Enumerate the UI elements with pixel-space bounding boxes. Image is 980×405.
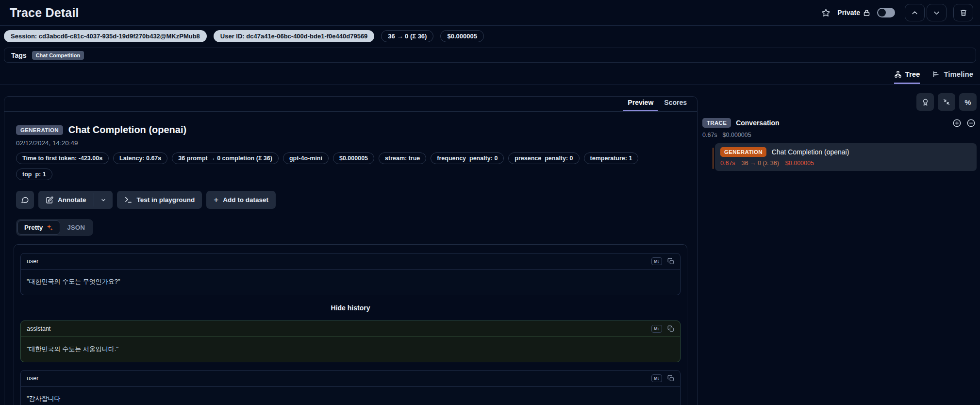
message-content: "감사합니다 "	[21, 387, 680, 405]
tag-chat-competition[interactable]: Chat Competition	[32, 51, 84, 60]
private-toggle[interactable]	[877, 8, 895, 17]
trace-tree: TRACE Conversation	[701, 117, 977, 171]
markdown-toggle-icon[interactable]: M↓	[651, 257, 662, 265]
message-content: "대한민국의 수도는 서울입니다."	[21, 337, 680, 362]
annotate-dropdown-button[interactable]	[94, 191, 113, 209]
collapse-tree-button[interactable]	[938, 93, 955, 111]
award-icon	[921, 98, 930, 106]
annotate-label: Annotate	[58, 196, 86, 203]
message-role: assistant	[27, 325, 50, 332]
panel-tabs: Preview Scores	[4, 97, 697, 112]
message-assistant: assistant M↓ "대한민국의 수도는 서울입니다."	[20, 321, 681, 363]
next-trace-button[interactable]	[927, 4, 947, 21]
frequency-penalty-badge: frequency_penalty: 0	[431, 152, 504, 164]
obs-cost-badge: $0.000005	[333, 152, 374, 164]
io-messages-container: user M↓ "대한민국의 수도는 무엇인가요?" Hide history …	[14, 244, 687, 405]
chevron-down-icon	[933, 9, 940, 17]
tree-indent-guide	[713, 148, 714, 169]
previous-trace-button[interactable]	[905, 4, 925, 21]
minus-circle-icon	[966, 118, 976, 128]
view-tabs: Tree Timeline	[0, 63, 980, 84]
hide-history-button[interactable]: Hide history	[331, 304, 370, 312]
content-area: Preview Scores GENERATION Chat Completio…	[0, 84, 980, 402]
observation-header: GENERATION Chat Completion (openai) 02/1…	[4, 112, 697, 147]
generation-latency: 0.67s	[720, 160, 735, 167]
percent-icon: %	[964, 98, 971, 106]
tab-timeline[interactable]: Timeline	[932, 70, 973, 84]
tree-node-generation[interactable]: GENERATION Chat Completion (openai) 0.67…	[715, 143, 977, 171]
chevron-up-icon	[911, 9, 918, 17]
collapse-all-button[interactable]	[966, 118, 976, 128]
tags-label: Tags	[11, 51, 27, 59]
token-detail-badge: 36 prompt → 0 completion (Σ 36)	[172, 152, 279, 164]
tags-section[interactable]: Tags Chat Competition	[4, 48, 976, 63]
ttft-badge: Time to first token: -423.00s	[16, 152, 109, 164]
markdown-toggle-icon[interactable]: M↓	[651, 374, 662, 382]
star-icon	[821, 8, 831, 17]
tab-preview[interactable]: Preview	[623, 99, 658, 111]
model-badge: gpt-4o-mini	[283, 152, 329, 164]
collapse-icon	[943, 98, 950, 106]
trash-icon	[960, 9, 967, 17]
trace-latency: 0.67s	[702, 132, 717, 138]
temperature-badge: temperature: 1	[584, 152, 639, 164]
user-id-badge[interactable]: User ID: dc47a41e-06bc-400d-bde1-f0e440d…	[214, 30, 375, 42]
generation-type-badge: GENERATION	[16, 125, 63, 135]
playground-button[interactable]: Test in playground	[117, 191, 202, 209]
tab-timeline-label: Timeline	[944, 70, 973, 78]
plus-icon: +	[214, 195, 218, 205]
generation-metrics: 0.67s 36 → 0 (Σ 36) $0.000005	[720, 160, 971, 167]
copy-icon[interactable]	[667, 325, 674, 332]
lock-icon	[863, 9, 870, 17]
comments-button[interactable]	[16, 191, 34, 209]
delete-trace-button[interactable]	[953, 4, 973, 21]
add-to-dataset-button[interactable]: + Add to dataset	[206, 191, 276, 209]
markdown-toggle-icon[interactable]: M↓	[651, 325, 662, 333]
observation-badges-row2: top_p: 1	[4, 169, 697, 180]
top-p-badge: top_p: 1	[16, 169, 52, 180]
annotate-button[interactable]: Annotate	[38, 191, 94, 209]
observation-card: Preview Scores GENERATION Chat Completio…	[4, 96, 698, 405]
trace-title: Conversation	[736, 119, 779, 127]
json-tab[interactable]: JSON	[60, 220, 92, 235]
timeline-icon	[932, 70, 940, 78]
trace-tree-panel: % TRACE Conversation	[701, 84, 977, 171]
bookmark-star-button[interactable]	[821, 8, 831, 17]
message-user-2: user M↓ "감사합니다 "	[20, 370, 681, 405]
edit-icon	[46, 196, 53, 204]
observation-timestamp: 02/12/2024, 14:20:49	[16, 139, 685, 147]
message-user-1: user M↓ "대한민국의 수도는 무엇인가요?"	[20, 253, 681, 295]
copy-icon[interactable]	[667, 258, 674, 265]
comment-icon	[21, 196, 29, 204]
observation-badges-row1: Time to first token: -423.00s Latency: 0…	[4, 152, 697, 164]
page-title: Trace Detail	[10, 6, 79, 20]
pretty-tab[interactable]: Pretty	[17, 220, 60, 235]
annotate-split-button: Annotate	[38, 191, 113, 209]
show-scores-button[interactable]	[916, 93, 934, 111]
latency-badge: Latency: 0.67s	[113, 152, 167, 164]
tab-tree-label: Tree	[905, 70, 920, 78]
expand-all-button[interactable]	[952, 118, 962, 128]
tree-node-trace[interactable]: TRACE Conversation	[701, 117, 977, 129]
tab-scores[interactable]: Scores	[660, 99, 691, 111]
chevron-down-icon	[100, 197, 106, 203]
generation-title: Chat Completion (openai)	[772, 148, 849, 156]
generation-badge: GENERATION	[720, 147, 766, 157]
terminal-icon	[124, 196, 133, 204]
cost-badge: $0.000005	[440, 30, 483, 42]
message-role: user	[27, 375, 38, 382]
page-header: Trace Detail Private	[0, 0, 980, 26]
toggle-metrics-button[interactable]: %	[959, 93, 977, 111]
add-to-dataset-label: Add to dataset	[223, 196, 268, 203]
trace-cost: $0.000005	[723, 132, 751, 138]
plus-circle-icon	[952, 118, 962, 128]
io-format-toggle: Pretty JSON	[16, 219, 93, 236]
tab-tree[interactable]: Tree	[894, 70, 920, 84]
tree-icon	[894, 70, 902, 78]
session-badge[interactable]: Session: cd3abcd6-c81c-4037-935d-19d9f27…	[4, 30, 207, 42]
trace-metrics: 0.67s $0.000005	[701, 132, 977, 138]
sparkles-icon	[46, 224, 53, 231]
actions-row: Annotate Test in playground +	[4, 191, 697, 209]
copy-icon[interactable]	[667, 375, 674, 382]
message-content: "대한민국의 수도는 무엇인가요?"	[21, 270, 680, 295]
